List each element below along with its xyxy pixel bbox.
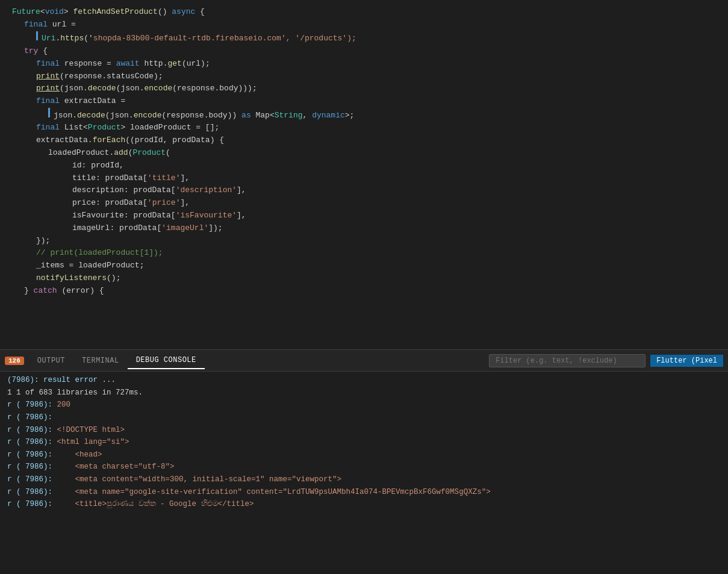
console-line: r ( 7986): <head> [7,449,721,461]
console-line: r ( 7986): <meta content="width=300, ini… [7,473,721,486]
debug-badge: 126 [5,357,24,365]
flutter-label: Flutter (Pixel [650,355,723,367]
console-line: r ( 7986): [7,411,721,424]
console-line: (7986): result error ... [7,374,721,387]
console-line: r ( 7986): 200 [7,399,721,411]
console-line: r ( 7986): <meta name="google-site-verif… [7,486,721,499]
panel-filter: Flutter (Pixel [489,354,723,367]
code-line: imageUrl: prodData['imageUrl']); [0,222,728,235]
code-line: print(json.decode(json.encode(response.b… [0,83,728,95]
code-line: _items = loadedProduct; [0,260,728,272]
code-line: final url = [0,19,728,31]
code-line: description: prodData['description'], [0,184,728,197]
tab-terminal[interactable]: TERMINAL [73,353,128,369]
console-line: r ( 7986): <meta charset="utf-8"> [7,461,721,473]
panel-tabs-bar: 126 OUTPUT TERMINAL DEBUG CONSOLE Flutte… [0,350,728,372]
tab-debug-console[interactable]: DEBUG CONSOLE [128,352,205,369]
filter-input[interactable] [489,354,646,367]
code-line: price: prodData['price'], [0,197,728,210]
code-line: title: prodData['title'], [0,172,728,185]
bottom-panel: 126 OUTPUT TERMINAL DEBUG CONSOLE Flutte… [0,349,728,574]
code-line: isFavourite: prodData['isFavourite'], [0,210,728,222]
editor-area: Future<void> fetchAndSetProduct() async … [0,0,728,349]
code-line: extractData.forEach((prodId, prodData) { [0,134,728,147]
code-line: Future<void> fetchAndSetProduct() async … [0,6,728,19]
code-line: final List<Product> loadedProduct = []; [0,122,728,134]
code-line: print(response.statusCode); [0,70,728,83]
console-line: r ( 7986): <html lang="si"> [7,436,721,449]
console-line: 1 1 of 683 libraries in 727ms. [7,387,721,399]
console-line: r ( 7986): <title>පුරාණය වත්ත - Google හ… [7,498,721,511]
code-line: Uri.https('shopda-83b00-default-rtdb.fir… [0,31,728,45]
code-line: // print(loadedProduct[1]); [0,247,728,260]
console-output: (7986): result error ...1 1 of 683 libra… [0,372,728,574]
code-line: loadedProduct.add(Product( [0,147,728,160]
code-line: final response = await http.get(url); [0,58,728,70]
console-line: r ( 7986): <!DOCTYPE html> [7,424,721,437]
code-line: try { [0,45,728,58]
code-line: json.decode(json.encode(response.body)) … [0,108,728,122]
code-line: }); [0,235,728,248]
code-line: final extractData = [0,95,728,108]
tab-output[interactable]: OUTPUT [29,353,73,369]
code-line: id: prodId, [0,160,728,172]
code-line: } catch (error) { [0,285,728,298]
code-line: notifyListeners(); [0,272,728,285]
